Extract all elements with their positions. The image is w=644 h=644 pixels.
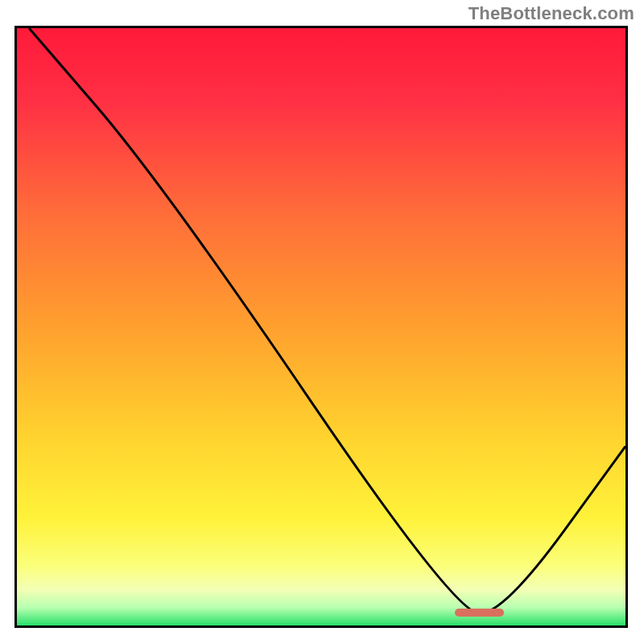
chart-line-svg: [17, 28, 625, 625]
watermark-text: TheBottleneck.com: [469, 3, 634, 24]
bottleneck-curve-path: [29, 28, 625, 613]
chart-plot-area: [14, 26, 628, 628]
optimal-range-marker: [455, 609, 503, 617]
